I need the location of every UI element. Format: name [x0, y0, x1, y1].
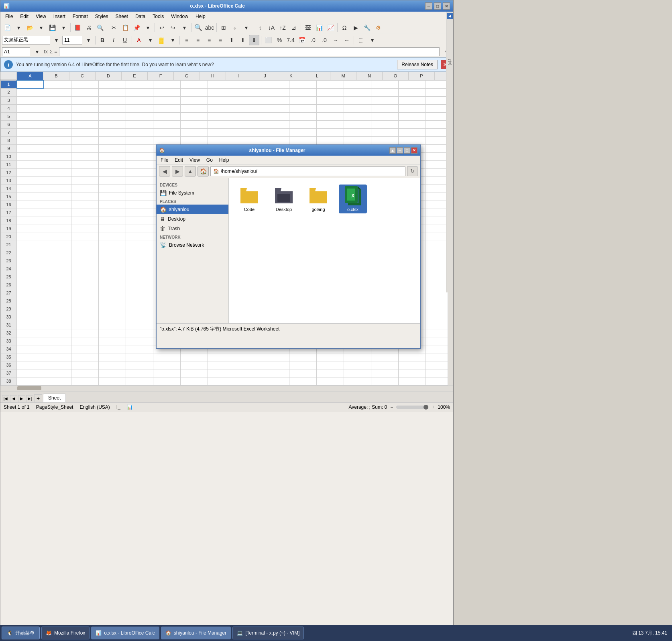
cell-A30[interactable]: [17, 313, 44, 321]
row-header-28[interactable]: 28: [1, 297, 17, 305]
cell-E32[interactable]: [126, 329, 153, 337]
cell-H35[interactable]: [208, 353, 235, 361]
cell-H38[interactable]: [208, 377, 235, 385]
cell-K1[interactable]: [289, 80, 317, 88]
cell-E20[interactable]: [126, 233, 153, 241]
cell-D36[interactable]: [98, 361, 126, 369]
spellcheck-button[interactable]: abc: [204, 22, 215, 33]
cell-D17[interactable]: [98, 209, 126, 217]
cell-O3[interactable]: [399, 96, 426, 104]
tab-first-button[interactable]: |◀: [2, 395, 9, 402]
release-notes-button[interactable]: Release Notes: [397, 60, 438, 69]
cell-K7[interactable]: [289, 128, 317, 136]
cell-B9[interactable]: [44, 144, 71, 152]
cell-F5[interactable]: [153, 112, 180, 120]
cell-C26[interactable]: [71, 281, 98, 289]
cell-M38[interactable]: [344, 377, 371, 385]
font-name-dropdown[interactable]: ▾: [51, 35, 61, 45]
cell-M1[interactable]: [344, 80, 371, 88]
fm-forward-button[interactable]: ▶: [172, 166, 183, 176]
cell-N8[interactable]: [371, 136, 399, 144]
row-header-15[interactable]: 15: [1, 193, 17, 201]
cell-C31[interactable]: [71, 321, 98, 329]
cell-D29[interactable]: [98, 305, 126, 313]
fm-normalize-button[interactable]: ─: [397, 147, 403, 154]
col-header-d[interactable]: D: [96, 72, 122, 80]
col-header-e[interactable]: E: [122, 72, 148, 80]
row-header-11[interactable]: 11: [1, 160, 17, 168]
cell-K8[interactable]: [289, 136, 317, 144]
cell-O1[interactable]: [399, 80, 426, 88]
fm-maximize-button[interactable]: □: [404, 147, 410, 154]
cell-D2[interactable]: [98, 88, 126, 96]
cell-O8[interactable]: [399, 136, 426, 144]
sort-button[interactable]: ⊿: [289, 22, 299, 33]
open-dropdown[interactable]: ▾: [36, 22, 46, 33]
cell-A19[interactable]: [17, 225, 44, 233]
taskbar-firefox[interactable]: 🦊 Mozilla Firefox: [41, 627, 90, 639]
cell-N2[interactable]: [371, 88, 399, 96]
cell-A31[interactable]: [17, 321, 44, 329]
menu-data[interactable]: Data: [132, 13, 149, 20]
cell-O38[interactable]: [399, 377, 426, 385]
cell-C27[interactable]: [71, 289, 98, 297]
cell-K37[interactable]: [289, 369, 317, 377]
cell-O35[interactable]: [399, 353, 426, 361]
redo-button[interactable]: ↪: [168, 22, 178, 33]
cell-C24[interactable]: [71, 265, 98, 273]
cell-E7[interactable]: [126, 128, 153, 136]
cell-L4[interactable]: [317, 104, 344, 112]
fm-menu-file[interactable]: File: [158, 156, 171, 164]
col-header-m[interactable]: M: [330, 72, 356, 80]
cell-E14[interactable]: [126, 185, 153, 193]
print-button[interactable]: 🖨: [83, 22, 94, 33]
menu-window[interactable]: Window: [168, 13, 191, 20]
cell-D27[interactable]: [98, 289, 126, 297]
cell-L8[interactable]: [317, 136, 344, 144]
font-color-button[interactable]: A: [134, 35, 144, 45]
cell-E21[interactable]: [126, 241, 153, 249]
cell-B10[interactable]: [44, 152, 71, 160]
cell-K6[interactable]: [289, 120, 317, 128]
cell-B22[interactable]: [44, 249, 71, 257]
row-header-25[interactable]: 25: [1, 273, 17, 281]
cell-C25[interactable]: [71, 273, 98, 281]
cell-C37[interactable]: [71, 369, 98, 377]
cell-B4[interactable]: [44, 104, 71, 112]
cell-A7[interactable]: [17, 128, 44, 136]
tab-last-button[interactable]: ▶|: [26, 395, 33, 402]
fm-refresh-button[interactable]: ↻: [407, 166, 417, 176]
col-dropdown[interactable]: ▾: [241, 22, 251, 33]
cell-A12[interactable]: [17, 168, 44, 176]
cell-A8[interactable]: [17, 136, 44, 144]
cell-D19[interactable]: [98, 225, 126, 233]
cell-O6[interactable]: [399, 120, 426, 128]
cell-N1[interactable]: [371, 80, 399, 88]
cell-H8[interactable]: [208, 136, 235, 144]
cell-B12[interactable]: [44, 168, 71, 176]
cell-D34[interactable]: [98, 345, 126, 353]
row-header-35[interactable]: 35: [1, 353, 17, 361]
start-button[interactable]: 🐧 开始菜单: [2, 627, 40, 639]
cell-B6[interactable]: [44, 120, 71, 128]
cell-M7[interactable]: [344, 128, 371, 136]
sort-za2-button[interactable]: ↑Z: [277, 22, 288, 33]
cell-E29[interactable]: [126, 305, 153, 313]
cell-C30[interactable]: [71, 313, 98, 321]
row-header-9[interactable]: 9: [1, 144, 17, 152]
cell-C2[interactable]: [71, 88, 98, 96]
cell-M3[interactable]: [344, 96, 371, 104]
cell-A18[interactable]: [17, 217, 44, 225]
cell-E25[interactable]: [126, 273, 153, 281]
justify-button[interactable]: ≡: [215, 35, 226, 45]
cell-E1[interactable]: [126, 80, 153, 88]
cell-K3[interactable]: [289, 96, 317, 104]
zoom-in-button[interactable]: +: [432, 404, 434, 410]
cell-G35[interactable]: [180, 353, 208, 361]
decimal-add-button[interactable]: .0: [308, 35, 318, 45]
cell-J5[interactable]: [262, 112, 289, 120]
cell-G1[interactable]: [180, 80, 208, 88]
fm-menu-edit[interactable]: Edit: [172, 156, 185, 164]
col-header-f[interactable]: F: [148, 72, 174, 80]
cell-B3[interactable]: [44, 96, 71, 104]
